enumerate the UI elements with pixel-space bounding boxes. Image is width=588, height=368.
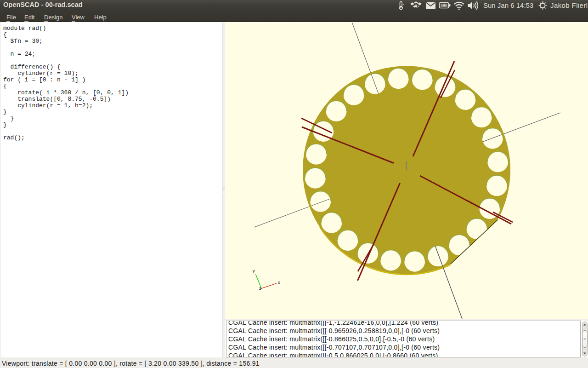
svg-text:x: x xyxy=(278,280,280,285)
svg-text:z: z xyxy=(259,286,261,291)
svg-text:y: y xyxy=(253,269,255,273)
